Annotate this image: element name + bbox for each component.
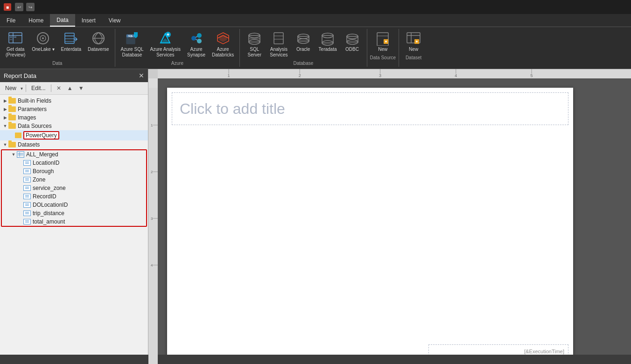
new-dropdown-arrow[interactable]: ▾	[21, 86, 23, 91]
ribbon-group-dataset: New Dataset	[399, 29, 428, 67]
folder-icon-parameters	[8, 106, 16, 112]
oracle-icon	[296, 31, 311, 46]
ruler-corner	[148, 69, 158, 78]
azure-syn-label: AzureSynapse	[187, 47, 205, 58]
enterdata-button[interactable]: Enterdata	[58, 29, 84, 54]
expand-datasets[interactable]: ▼	[2, 142, 8, 147]
azure-sql-icon: SQL	[125, 31, 140, 46]
svg-line-22	[196, 36, 197, 37]
tree-powerquery[interactable]: PowerQuery	[0, 130, 148, 140]
tree-parameters[interactable]: ▶ Parameters	[0, 105, 148, 113]
onelake-button[interactable]: OneLake ▾	[29, 29, 57, 54]
expand-builtin[interactable]: ▶	[2, 98, 8, 103]
ribbon-group-azure-label: Azure	[171, 61, 183, 67]
get-data-button[interactable]: Get data(Preview)	[3, 29, 28, 60]
tree-datasources[interactable]: ▼ Data Sources	[0, 122, 148, 130]
tree-recordid[interactable]: RecordID	[2, 192, 146, 201]
azure-as-label: Azure AnalysisServices	[150, 47, 181, 58]
canvas-scroll[interactable]: Click to add title [&ExecutionTime]	[158, 78, 631, 355]
ribbon-content: Get data(Preview) OneLake ▾	[0, 27, 631, 69]
move-up-button[interactable]: ▲	[65, 84, 75, 93]
new-dataset-button[interactable]: New	[402, 29, 425, 54]
tree-all-merged[interactable]: ▼ ALL_Merged	[2, 150, 146, 159]
menu-home[interactable]: Home	[22, 14, 50, 27]
zone-label: Zone	[33, 176, 45, 183]
get-data-icon	[8, 31, 23, 46]
azure-syn-button[interactable]: AzureSynapse	[184, 29, 208, 60]
title-region[interactable]: Click to add title	[172, 92, 568, 125]
parameters-label: Parameters	[18, 106, 47, 112]
ribbon-group-dataset-label: Dataset	[406, 55, 421, 61]
tree-builtin-fields[interactable]: ▶ Built-in Fields	[0, 97, 148, 105]
undo-button[interactable]: ↩	[15, 3, 23, 11]
field-icon-service-zone	[23, 185, 31, 191]
svg-rect-86	[148, 88, 158, 355]
dataverse-button[interactable]: Dataverse	[85, 29, 112, 54]
tree-borough[interactable]: Borough	[2, 167, 146, 175]
svg-text:2: 2	[299, 73, 301, 78]
ribbon-group-datasource-label: Data Source	[370, 55, 396, 61]
tree-total-amount[interactable]: total_amount	[2, 217, 146, 226]
tree-dolocationid[interactable]: DOLocationID	[2, 201, 146, 209]
expand-datasources[interactable]: ▼	[2, 124, 8, 128]
sql-server-button[interactable]: SQLServer	[243, 29, 266, 60]
svg-text:5: 5	[531, 73, 533, 78]
dataverse-icon	[91, 31, 106, 46]
tree-zone[interactable]: Zone	[2, 175, 146, 184]
menu-view[interactable]: View	[102, 14, 127, 27]
trip-distance-label: trip_distance	[33, 210, 64, 217]
left-panel-header: Report Data ✕	[0, 69, 148, 82]
svg-text:4: 4	[455, 73, 457, 78]
azure-sql-button[interactable]: SQL Azure SQLDatabase	[118, 29, 147, 60]
ribbon-group-azure: SQL Azure SQLDatabase	[115, 29, 240, 67]
menu-data[interactable]: Data	[50, 14, 75, 27]
canvas-main-row: 1 2 3 4 Click to add title [&ExecutionTi	[148, 78, 631, 355]
redo-button[interactable]: ↪	[26, 3, 35, 11]
locationid-label: LocationID	[33, 160, 59, 166]
ribbon-group-dataset-items: New	[402, 29, 425, 54]
odbc-button[interactable]: ODBC	[341, 29, 364, 54]
oracle-button[interactable]: Oracle	[292, 29, 315, 54]
dolocationid-label: DOLocationID	[33, 202, 68, 208]
folder-icon-datasets	[8, 142, 16, 147]
analysis-services-button[interactable]: AnalysisServices	[267, 29, 290, 60]
field-icon-borough	[23, 168, 31, 174]
edit-button[interactable]: Edit...	[29, 84, 48, 92]
svg-text:3: 3	[379, 73, 381, 78]
expand-images[interactable]: ▶	[2, 115, 8, 120]
tree-datasets[interactable]: ▼ Datasets	[0, 140, 148, 149]
dataset-icon-all-merged	[17, 151, 24, 158]
svg-line-23	[196, 39, 197, 40]
teradata-button[interactable]: Teradata	[316, 29, 340, 54]
datasources-label: Data Sources	[18, 123, 52, 129]
footer-region[interactable]: [&ExecutionTime]	[428, 344, 568, 355]
left-panel-toolbar: New ▾ Edit... ✕ ▲ ▼	[0, 82, 148, 95]
folder-icon-builtin	[8, 98, 16, 104]
sql-server-icon	[247, 31, 262, 46]
expand-all-merged[interactable]: ▼	[10, 152, 17, 157]
menu-file[interactable]: File	[0, 14, 22, 27]
tree-service-zone[interactable]: service_zone	[2, 184, 146, 192]
new-datasource-label: New	[378, 47, 387, 52]
databricks-label: AzureDatabricks	[212, 47, 234, 58]
horizontal-ruler: 1 2 3 4 5	[158, 69, 631, 78]
svg-point-20	[197, 33, 202, 38]
delete-button[interactable]: ✕	[54, 84, 63, 93]
databricks-button[interactable]: AzureDatabricks	[209, 29, 237, 60]
tree-images[interactable]: ▶ Images	[0, 113, 148, 122]
azure-as-button[interactable]: Azure AnalysisServices	[147, 29, 183, 60]
close-panel-button[interactable]: ✕	[139, 72, 144, 79]
svg-rect-32	[274, 33, 283, 44]
expand-parameters[interactable]: ▶	[2, 107, 8, 112]
move-down-button[interactable]: ▼	[77, 84, 86, 93]
app-icon: ■	[4, 3, 11, 11]
new-button[interactable]: New	[3, 84, 19, 92]
report-page: Click to add title [&ExecutionTime]	[167, 88, 573, 355]
tree-locationid[interactable]: LocationID	[2, 159, 146, 167]
new-datasource-button[interactable]: New	[371, 29, 394, 54]
menu-insert[interactable]: Insert	[75, 14, 102, 27]
service-zone-label: service_zone	[33, 185, 66, 191]
new-dataset-icon	[406, 31, 421, 46]
ribbon-group-azure-items: SQL Azure SQLDatabase	[118, 29, 237, 60]
tree-trip-distance[interactable]: trip_distance	[2, 209, 146, 217]
